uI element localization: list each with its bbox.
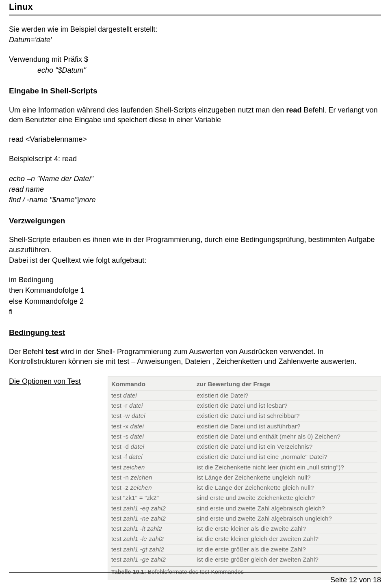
table-cell-command: test -d datei	[111, 443, 197, 451]
table-row: test -z zeichenist die Länge der Zeichen…	[111, 482, 377, 493]
table-cell-description: existiert die Datei und ist ein Verzeich…	[197, 443, 377, 451]
table-cell-description: existiert die Datei und ist eine „normal…	[197, 453, 377, 461]
paragraph: Der Befehl test wird in der Shell- Progr…	[9, 347, 381, 367]
page-footer: Seite 12 von 18	[9, 572, 381, 585]
table-cell-command: test -x datei	[111, 422, 197, 430]
paragraph: Verwendung mit Präfix $	[9, 54, 381, 64]
paragraph: Sie werden wie im Beispiel dargestellt e…	[9, 24, 381, 34]
table-header-cell: zur Bewertung der Frage	[197, 380, 377, 388]
table-row: test zeichenist die Zeichenkette nicht l…	[111, 462, 377, 472]
table-row: test -r dateiexistiert die Datei und ist…	[111, 400, 377, 411]
code-line: echo –n "Name der Datei"	[9, 174, 381, 184]
table-row: test -s dateiexistiert die Datei und ent…	[111, 431, 377, 441]
table-cell-description: sind erste und zweite Zeichenkette gleic…	[197, 494, 377, 502]
code-line: find / -name "$name"|more	[9, 195, 381, 205]
table-cell-command: test -r datei	[111, 402, 197, 410]
table-cell-command: test zahl1 -lt zahl2	[111, 525, 197, 533]
keyword: read	[286, 106, 301, 114]
code-line: Datum='date'	[9, 35, 381, 45]
section-heading: Bedingung test	[9, 327, 381, 338]
table-cell-command: test -n zeichen	[111, 473, 197, 482]
table-cell-description: ist die erste kleiner als die zweite Zah…	[197, 525, 377, 533]
paragraph: Beispielscript 4: read	[9, 154, 381, 164]
test-options-table: Kommando zur Bewertung der Frage test da…	[108, 376, 381, 580]
table-cell-description: existiert die Datei?	[197, 391, 377, 400]
table-cell-command: test zahl1 -le zahl2	[111, 535, 197, 543]
table-row: test dateiexistiert die Datei?	[111, 390, 377, 400]
table-cell-command: test -f datei	[111, 453, 197, 461]
code-line: im Bedingung	[9, 275, 381, 285]
table-cell-description: sind erste und zweite Zahl algebraisch g…	[197, 504, 377, 512]
table-cell-description: ist die Länge der Zeichenkette gleich nu…	[197, 484, 377, 492]
table-row: test -d dateiexistiert die Datei und ist…	[111, 441, 377, 452]
table-cell-description: ist Länge der Zeichenkette ungleich null…	[197, 473, 377, 482]
text: Um eine Information während des laufende…	[9, 106, 286, 114]
table-row: test "zk1" = "zk2"sind erste und zweite …	[111, 493, 377, 503]
paragraph: Dabei ist der Quelltext wie folgt aufgeb…	[9, 255, 381, 265]
code-line: echo "$Datum"	[37, 65, 381, 75]
table-row: test zahl1 -ge zahl2ist die erste größer…	[111, 554, 377, 564]
code-line: fi	[9, 307, 381, 317]
keyword: test	[46, 348, 58, 356]
code-line: read <Variabelenname>	[9, 134, 381, 144]
options-label-column: Die Optionen von Test	[9, 376, 96, 387]
table-cell-description: existiert die Datei und ist ausführbar?	[197, 422, 377, 430]
document-title: Linux	[9, 0, 381, 15]
table-row: test zahl1 -gt zahl2ist die erste größer…	[111, 544, 377, 554]
text: Der Befehl	[9, 348, 46, 356]
options-row: Die Optionen von Test Kommando zur Bewer…	[9, 376, 381, 580]
page: Linux Sie werden wie im Beispiel dargest…	[0, 0, 390, 588]
table-row: test -n zeichenist Länge der Zeichenkett…	[111, 472, 377, 482]
table-header-cell: Kommando	[111, 380, 197, 388]
table-row: test zahl1 -le zahl2ist die erste kleine…	[111, 534, 377, 544]
table-cell-description: ist die Zeichenkette nicht leer (nicht e…	[197, 463, 377, 471]
table-cell-description: ist die erste größer gleich der zweiten …	[197, 556, 377, 564]
table-row: test zahl1 -lt zahl2ist die erste kleine…	[111, 523, 377, 534]
content: Sie werden wie im Beispiel dargestellt e…	[9, 15, 381, 580]
paragraph: Um eine Information während des laufende…	[9, 105, 381, 125]
table-cell-description: ist die erste größer als die zweite Zahl…	[197, 545, 377, 553]
section-heading: Eingabe in Shell-Scripts	[9, 86, 381, 96]
table-cell-command: test -w datei	[111, 412, 197, 420]
table-row: test zahl1 -ne zahl2sind erste und zweit…	[111, 513, 377, 523]
code-line: else Kommandofolge 2	[9, 296, 381, 306]
section-heading: Verzweigungen	[9, 216, 381, 226]
table-cell-command: test datei	[111, 391, 197, 400]
table-header-row: Kommando zur Bewertung der Frage	[111, 379, 377, 390]
table-cell-command: test zahl1 -gt zahl2	[111, 545, 197, 553]
table-cell-description: existiert die Datei und enthält (mehr al…	[197, 432, 377, 441]
table-row: test -w dateiexistiert die Datei und ist…	[111, 411, 377, 421]
table-row: test zahl1 -eq zahl2sind erste und zweit…	[111, 503, 377, 513]
table-cell-command: test zeichen	[111, 463, 197, 471]
table-cell-description: existiert die Datei und ist schreibbar?	[197, 412, 377, 420]
table-cell-description: sind erste und zweite Zahl algebraisch u…	[197, 514, 377, 523]
options-subheading: Die Optionen von Test	[9, 376, 96, 386]
table-cell-description: ist die erste kleiner gleich der zweiten…	[197, 535, 377, 543]
table-cell-command: test -s datei	[111, 432, 197, 441]
table-row: test -f dateiexistiert die Datei und ist…	[111, 452, 377, 462]
paragraph: Shell-Scripte erlauben es ihnen wie in d…	[9, 235, 381, 255]
code-line: then Kommandofolge 1	[9, 285, 381, 295]
table-cell-command: test zahl1 -ge zahl2	[111, 556, 197, 564]
table-row: test -x dateiexistiert die Datei und ist…	[111, 421, 377, 431]
table-cell-command: test zahl1 -ne zahl2	[111, 514, 197, 523]
table-cell-command: test zahl1 -eq zahl2	[111, 504, 197, 512]
table-cell-description: existiert die Datei und ist lesbar?	[197, 402, 377, 410]
text: wird in der Shell- Programmierung zum Au…	[9, 348, 357, 365]
table-cell-command: test -z zeichen	[111, 484, 197, 492]
table-cell-command: test "zk1" = "zk2"	[111, 494, 197, 502]
code-line: read name	[9, 184, 381, 194]
